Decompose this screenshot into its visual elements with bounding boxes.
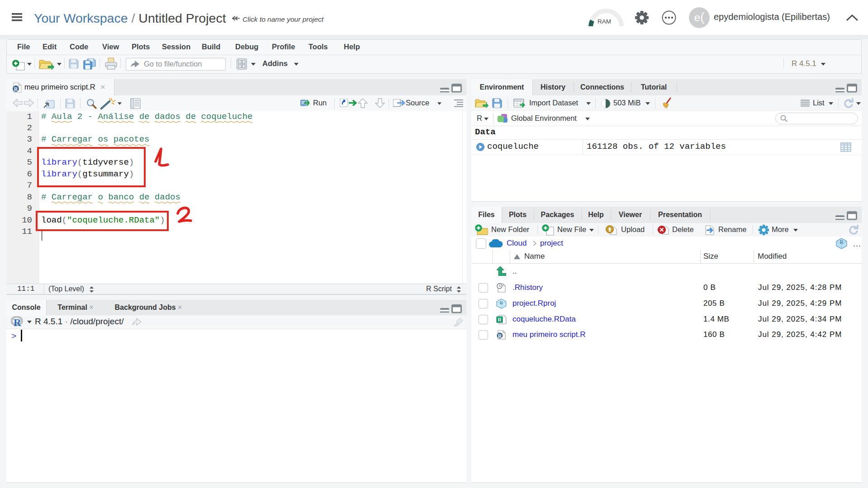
svg-text:R: R xyxy=(500,300,503,305)
svg-text:R: R xyxy=(498,317,502,322)
svg-text:R: R xyxy=(14,317,21,328)
svg-text:R: R xyxy=(498,333,502,339)
